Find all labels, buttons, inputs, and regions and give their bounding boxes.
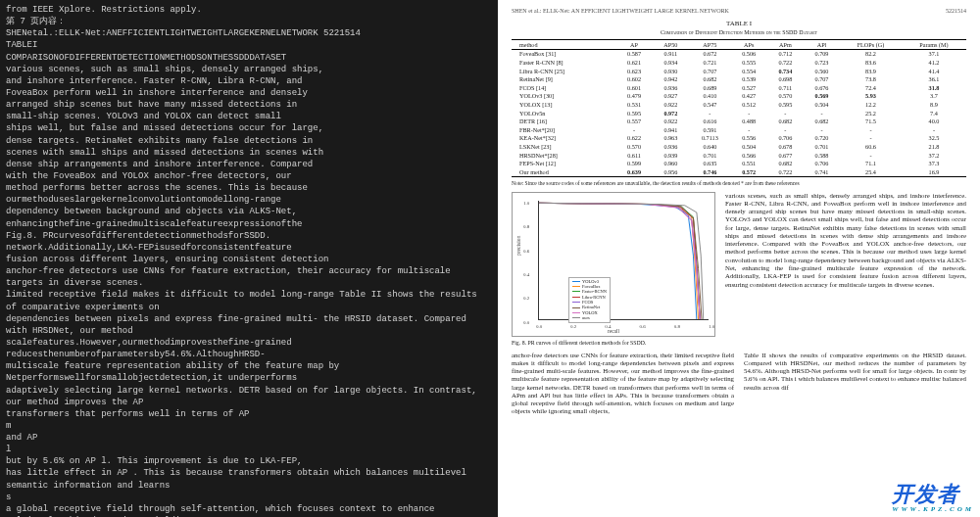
cell: 21.8 <box>902 142 966 151</box>
cell: 0.410 <box>689 92 731 101</box>
pr-chart: precision recall YOLOv3FoveaBoxFaster-RC… <box>512 192 715 337</box>
bottom-right-col: Table II shows the results of comparativ… <box>744 352 966 416</box>
cell: 0.942 <box>653 74 690 83</box>
cell: 0.479 <box>615 92 652 101</box>
cell: 0.711 <box>767 83 804 92</box>
cell: 0.936 <box>653 142 690 151</box>
table-row: FBR-Net*[20]-0.9410.591----- <box>512 125 966 134</box>
cell: 40.0 <box>902 117 966 125</box>
cell: LSKNet [23] <box>512 142 615 151</box>
paper-page: SHEN et al.: ELLK-Net: AN EFFICIENT LIGH… <box>498 0 980 517</box>
chart-legend: YOLOv3FoveaBoxFaster-RCNNLibra-RCNNFCOSR… <box>568 277 611 323</box>
cell: YOLOv3 [30] <box>512 92 615 101</box>
cell: 83.9 <box>840 67 902 75</box>
table-row: Faster R-CNN [8]0.6210.9340.7210.5550.72… <box>512 58 966 67</box>
table-row: Our method0.6390.9560.7460.5720.7220.741… <box>512 167 966 176</box>
cell: 0.682 <box>767 117 804 125</box>
cell: 0.922 <box>653 117 690 125</box>
cell: Faster R-CNN [8] <box>512 58 615 67</box>
cell: 0.599 <box>615 159 652 167</box>
col-header: method <box>512 40 615 50</box>
cell: 0.723 <box>804 58 840 67</box>
cell: FBR-Net*[20] <box>512 125 615 134</box>
cell: 0.554 <box>731 67 767 75</box>
cell: 0.616 <box>689 117 731 125</box>
table-row: YOLOv3 [30]0.4790.9270.4100.4270.5700.56… <box>512 92 966 101</box>
cell: Libra R-CNN [25] <box>512 67 615 75</box>
cell: 0.712 <box>767 49 804 58</box>
cell: - <box>902 125 966 134</box>
comparison-table: methodAPAP50AP75APsAPmAPlFLOPs (G)Params… <box>512 39 966 177</box>
table-note: Note: Since the source codes of some ref… <box>512 180 966 186</box>
cell: 0.922 <box>653 100 690 109</box>
cell: 0.621 <box>615 58 652 67</box>
cell: 37.1 <box>902 49 966 58</box>
right-column-text: various scenes, such as small ships, den… <box>725 192 966 346</box>
cell: 0.572 <box>731 167 767 176</box>
cell: 0.678 <box>767 142 804 151</box>
table-row: YOLOv5n0.5950.972----25.27.4 <box>512 109 966 118</box>
cell: - <box>689 109 731 118</box>
cell: 0.911 <box>653 49 690 58</box>
cell: - <box>767 109 804 118</box>
cell: 71.1 <box>840 159 902 167</box>
figure-caption: Fig. 8. PR curves of different detection… <box>512 340 715 346</box>
cell: - <box>804 109 840 118</box>
cell: 0.676 <box>804 83 840 92</box>
cell: 0.706 <box>767 134 804 143</box>
table-row: LSKNet [23]0.5700.9360.6400.5040.6780.70… <box>512 142 966 151</box>
table-row: KEA-Net*[32]0.6220.9630.71130.5560.7060.… <box>512 134 966 143</box>
table-row: YOLOX [13]0.5310.9220.5470.5120.5950.504… <box>512 100 966 109</box>
cell: 0.682 <box>804 117 840 125</box>
cell: 0.682 <box>767 159 804 167</box>
cell: - <box>767 125 804 134</box>
cell: FEPS-Net [12] <box>512 159 615 167</box>
col-header: Params (M) <box>902 40 966 50</box>
cell: 0.960 <box>653 159 690 167</box>
cell: 0.972 <box>653 109 690 118</box>
cell: 0.706 <box>804 159 840 167</box>
cell: 0.689 <box>689 83 731 92</box>
watermark-text: 开发者 <box>892 482 959 506</box>
watermark: 开发者 WWW.KPZ.COM <box>892 480 974 513</box>
cell: 0.595 <box>767 100 804 109</box>
cell: 5.93 <box>840 92 902 101</box>
cell: - <box>840 125 902 134</box>
cell: 82.2 <box>840 49 902 58</box>
cell: 41.4 <box>902 67 966 75</box>
cell: 0.512 <box>731 100 767 109</box>
cell: 0.941 <box>653 125 690 134</box>
cell: - <box>804 125 840 134</box>
table-row: FEPS-Net [12]0.5990.9600.6350.5510.6820.… <box>512 159 966 167</box>
cell: Our method <box>512 167 615 176</box>
table-row: DETR [16]0.5570.9220.6160.4880.6820.6827… <box>512 117 966 125</box>
cell: 0.701 <box>689 151 731 160</box>
cell: 0.539 <box>731 74 767 83</box>
cell: 3.7 <box>902 92 966 101</box>
cell: 0.930 <box>653 67 690 75</box>
cell: 0.640 <box>689 142 731 151</box>
cell: DETR [16] <box>512 117 615 125</box>
cell: 0.570 <box>767 92 804 101</box>
cell: 0.939 <box>653 151 690 160</box>
cell: 0.734 <box>767 67 804 75</box>
cell: 31.8 <box>902 83 966 92</box>
cell: 0.556 <box>731 134 767 143</box>
cell: 0.709 <box>804 49 840 58</box>
cell: 0.707 <box>689 67 731 75</box>
cell: 0.555 <box>731 58 767 67</box>
cell: 0.427 <box>731 92 767 101</box>
cell: 0.956 <box>653 167 690 176</box>
cell: YOLOv5n <box>512 109 615 118</box>
cell: 37.2 <box>902 151 966 160</box>
paper-header-left: SHEN et al.: ELLK-Net: AN EFFICIENT LIGH… <box>512 8 729 14</box>
cell: 0.570 <box>615 142 652 151</box>
cell: KEA-Net*[32] <box>512 134 615 143</box>
cell: 0.672 <box>689 49 731 58</box>
cell: 25.4 <box>840 167 902 176</box>
cell: 0.934 <box>653 58 690 67</box>
cell: 0.927 <box>653 92 690 101</box>
col-header: APl <box>804 40 840 50</box>
left-text-panel: from IEEE Xplore. Restrictions apply. 第 … <box>0 0 498 517</box>
cell: 0.602 <box>615 74 652 83</box>
